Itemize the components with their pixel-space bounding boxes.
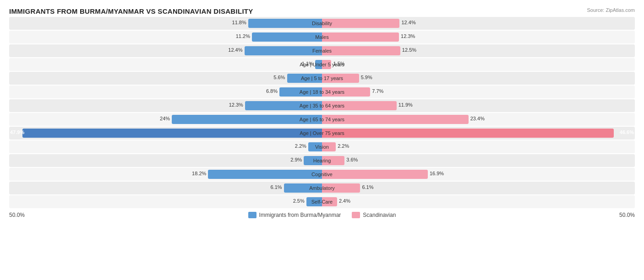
bar-row: Vision2.2%2.2% [9, 140, 635, 153]
left-value: 18.2% [192, 171, 206, 176]
left-bar [306, 197, 322, 206]
right-bar [322, 115, 469, 124]
left-bar [245, 46, 322, 55]
bar-row: Age | 65 to 74 years24%23.4% [9, 113, 635, 126]
right-value: 12.5% [402, 47, 416, 53]
right-value: 7.7% [372, 88, 383, 94]
bar-row: Age | 18 to 34 years6.8%7.7% [9, 86, 635, 98]
bar-row: Age | Over 75 years47.9%46.6% [9, 127, 635, 140]
right-bar [322, 32, 399, 42]
right-value: 3.6% [346, 157, 358, 162]
right-value: 16.9% [430, 171, 444, 176]
left-value: 12.3% [229, 102, 243, 108]
right-value: 12.4% [401, 20, 415, 25]
right-bar [322, 19, 399, 28]
right-bar [322, 129, 614, 138]
right-bar [322, 87, 370, 97]
left-bar [248, 19, 322, 28]
chart-area: Disability11.8%12.4%Males11.2%12.3%Femal… [9, 17, 635, 208]
right-value: 6.1% [362, 184, 373, 190]
left-bar [172, 115, 322, 124]
source-label: Source: ZipAtlas.com [587, 7, 635, 13]
footer-left-value: 50.0% [9, 212, 32, 218]
left-value: 47.9% [10, 129, 24, 135]
right-value: 2.4% [339, 198, 350, 204]
left-bar [308, 142, 322, 151]
left-value: 2.5% [293, 198, 305, 204]
burma-label: Immigrants from Burma/Myanmar [259, 212, 341, 218]
left-bar [279, 87, 322, 97]
left-bar [287, 74, 322, 83]
right-value: 46.6% [620, 129, 634, 135]
right-value: 1.5% [333, 61, 345, 66]
left-bar [315, 60, 322, 69]
chart-legend: Immigrants from Burma/Myanmar Scandinavi… [32, 212, 612, 218]
right-value: 2.2% [338, 143, 349, 149]
left-bar [208, 170, 322, 179]
right-bar [322, 197, 337, 206]
left-value: 11.8% [232, 20, 246, 25]
right-value: 23.4% [470, 116, 485, 121]
chart-title: IMMIGRANTS FROM BURMA/MYANMAR VS SCANDIN… [9, 7, 253, 15]
right-value: 5.9% [361, 75, 372, 80]
right-bar [322, 101, 397, 110]
right-bar [322, 142, 336, 151]
footer-right-value: 50.0% [612, 212, 635, 218]
left-bar [252, 32, 322, 42]
right-bar [322, 46, 400, 55]
left-value: 5.6% [273, 75, 285, 80]
left-value: 2.9% [290, 157, 302, 162]
right-bar [322, 183, 360, 193]
bar-row: Disability11.8%12.4% [9, 17, 635, 30]
bar-row: Age | 35 to 64 years12.3%11.9% [9, 99, 635, 112]
right-bar [322, 156, 344, 165]
right-value: 11.9% [398, 102, 413, 108]
legend-burma: Immigrants from Burma/Myanmar [248, 212, 341, 218]
left-value: 6.1% [271, 184, 282, 190]
left-bar [284, 183, 322, 193]
bar-row: Hearing2.9%3.6% [9, 154, 635, 167]
left-bar [245, 101, 322, 110]
right-value: 12.3% [401, 33, 415, 39]
left-value: 1.1% [302, 61, 313, 66]
left-bar [22, 129, 322, 138]
bar-row: Self-Care2.5%2.4% [9, 195, 635, 208]
right-bar [322, 170, 428, 179]
bar-row: Ambulatory6.1%6.1% [9, 182, 635, 194]
left-value: 6.8% [266, 88, 278, 94]
scand-label: Scandinavian [363, 212, 396, 218]
chart-footer: 50.0% Immigrants from Burma/Myanmar Scan… [9, 212, 635, 218]
burma-swatch [248, 212, 257, 218]
bar-row: Age | Under 5 years1.1%1.5% [9, 58, 635, 71]
left-value: 24% [160, 116, 170, 121]
left-bar [304, 156, 322, 165]
left-value: 12.4% [228, 47, 242, 53]
left-value: 2.2% [295, 143, 306, 149]
right-bar [322, 74, 359, 83]
right-bar [322, 60, 331, 69]
bar-row: Age | 5 to 17 years5.6%5.9% [9, 72, 635, 85]
bar-row: Cognitive18.2%16.9% [9, 168, 635, 181]
bar-row: Males11.2%12.3% [9, 31, 635, 43]
scand-swatch [352, 212, 360, 218]
left-value: 11.2% [236, 33, 250, 39]
bar-row: Females12.4%12.5% [9, 44, 635, 57]
chart-container: IMMIGRANTS FROM BURMA/MYANMAR VS SCANDIN… [9, 7, 635, 218]
legend-scand: Scandinavian [352, 212, 396, 218]
